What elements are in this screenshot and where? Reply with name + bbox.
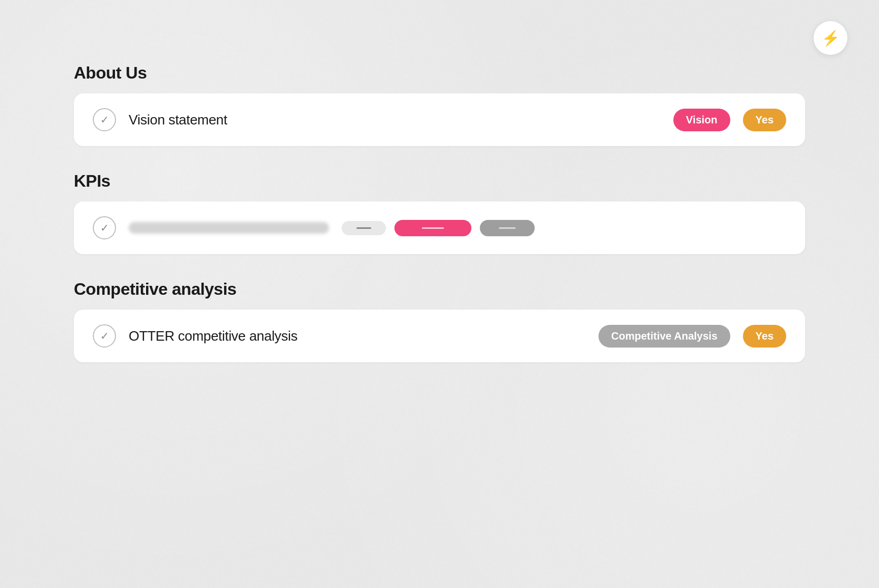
kpi-dash-neutral-icon bbox=[356, 227, 371, 229]
check-circle-vision: ✓ bbox=[93, 108, 116, 131]
section-about-us: About Us ✓ Vision statement Vision Yes bbox=[74, 63, 805, 146]
lightning-button[interactable]: ⚡ bbox=[814, 21, 847, 55]
page-container: ⚡ About Us ✓ Vision statement Vision Yes… bbox=[0, 0, 879, 588]
card-label-vision: Vision statement bbox=[129, 112, 661, 128]
badge-yes-competitive[interactable]: Yes bbox=[743, 325, 786, 348]
check-circle-kpis: ✓ bbox=[93, 216, 116, 239]
checkmark-icon-kpis: ✓ bbox=[100, 223, 109, 233]
badge-competitive-analysis[interactable]: Competitive Analysis bbox=[598, 325, 730, 348]
card-kpis: ✓ bbox=[74, 201, 805, 254]
section-title-kpis: KPIs bbox=[74, 171, 805, 191]
kpi-dash-gray-icon bbox=[499, 227, 516, 229]
kpi-badges bbox=[342, 220, 535, 236]
card-vision-statement: ✓ Vision statement Vision Yes bbox=[74, 93, 805, 146]
section-title-competitive: Competitive analysis bbox=[74, 279, 805, 299]
section-title-about-us: About Us bbox=[74, 63, 805, 83]
kpi-dash-badge-gray[interactable] bbox=[480, 220, 535, 236]
badge-vision[interactable]: Vision bbox=[673, 109, 730, 131]
kpi-blurred-label bbox=[129, 222, 329, 234]
lightning-icon: ⚡ bbox=[822, 30, 840, 47]
kpi-dash-badge-neutral[interactable] bbox=[342, 221, 386, 235]
checkmark-icon: ✓ bbox=[100, 114, 109, 125]
kpi-dash-pink-icon bbox=[422, 227, 444, 229]
checkmark-icon-competitive: ✓ bbox=[100, 331, 109, 341]
badge-yes-vision[interactable]: Yes bbox=[743, 109, 786, 131]
card-otter-competitive: ✓ OTTER competitive analysis Competitive… bbox=[74, 310, 805, 362]
card-label-competitive: OTTER competitive analysis bbox=[129, 328, 586, 344]
check-circle-competitive: ✓ bbox=[93, 324, 116, 348]
section-competitive-analysis: Competitive analysis ✓ OTTER competitive… bbox=[74, 279, 805, 362]
section-kpis: KPIs ✓ bbox=[74, 171, 805, 254]
kpi-dash-badge-pink[interactable] bbox=[394, 220, 471, 236]
